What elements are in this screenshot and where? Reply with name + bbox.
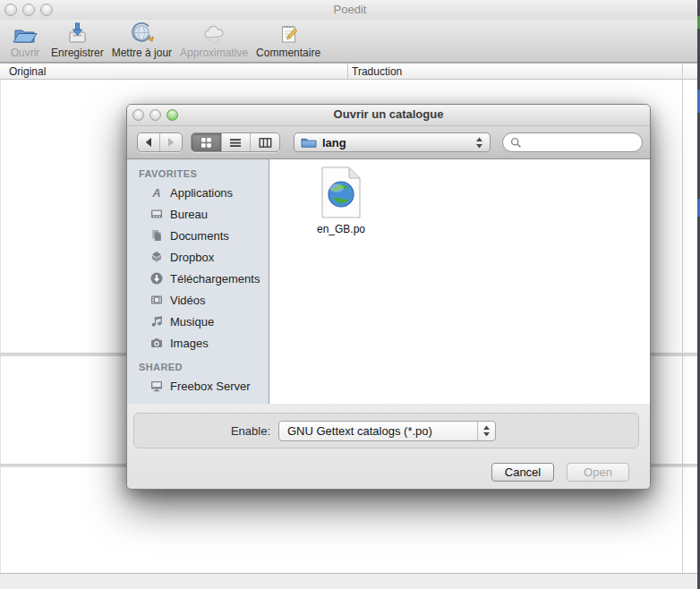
dialog-content: FAVORITES A Applications	[127, 159, 650, 404]
dialog-title: Ouvrir un catalogue	[127, 105, 650, 124]
view-mode-control	[191, 132, 280, 152]
movies-icon	[149, 293, 164, 307]
sidebar-item-musique[interactable]: Musique	[127, 311, 269, 332]
folder-icon	[301, 136, 317, 149]
popup-stepper-icon	[475, 136, 483, 149]
sidebar: FAVORITES A Applications	[127, 159, 269, 404]
update-button[interactable]: Mettre à jour	[112, 21, 172, 59]
back-button[interactable]	[138, 133, 159, 151]
toolbar-label: Ouvrir	[11, 47, 40, 59]
folder-popup[interactable]: lang	[294, 132, 491, 152]
main-titlebar: Poedit	[0, 0, 700, 20]
sidebar-item-label: Téléchargements	[170, 272, 260, 286]
pictures-icon	[149, 336, 164, 350]
nav-buttons	[137, 132, 183, 152]
toolbar-label: Commentaire	[256, 47, 320, 59]
cancel-button[interactable]: Cancel	[491, 463, 554, 482]
sidebar-item-label: Applications	[170, 186, 233, 200]
current-folder-label: lang	[322, 136, 470, 149]
forward-arrow-icon	[166, 135, 176, 149]
toolbar-label: Mettre à jour	[112, 47, 172, 59]
search-icon	[510, 137, 522, 149]
dialog-toolbar: lang	[127, 126, 650, 159]
open-dialog: Ouvrir un catalogue	[126, 104, 651, 490]
file-item[interactable]: en_GB.po	[295, 166, 388, 235]
fuzzy-button[interactable]: Approximative	[180, 21, 248, 59]
dropbox-icon	[149, 250, 164, 264]
save-icon	[64, 21, 90, 46]
main-toolbar: Ouvrir Enregistrer	[0, 20, 700, 63]
stepper-arrows-icon	[482, 424, 491, 438]
sidebar-item-telechargements[interactable]: Téléchargements	[127, 268, 269, 289]
file-name: en_GB.po	[317, 223, 365, 235]
sidebar-item-documents[interactable]: Documents	[127, 225, 269, 246]
status-bar	[0, 573, 700, 589]
enable-label: Enable:	[134, 424, 270, 438]
forward-button[interactable]	[159, 133, 182, 151]
svg-text:A: A	[151, 186, 160, 200]
list-header: Original Traduction	[0, 63, 700, 80]
open-confirm-button[interactable]: Open	[567, 463, 629, 482]
grid-view-icon	[201, 137, 212, 149]
column-traduction[interactable]: Traduction	[352, 65, 402, 78]
file-format-value: GNU Gettext catalogs (*.po)	[287, 424, 432, 438]
open-button[interactable]: Ouvrir	[7, 21, 43, 59]
column-view-button[interactable]	[250, 133, 279, 151]
scrollbar-track-divider	[682, 63, 683, 573]
shared-header: SHARED	[127, 359, 269, 375]
search-field[interactable]	[502, 132, 643, 152]
downloads-icon	[149, 271, 164, 286]
back-arrow-icon	[143, 135, 154, 149]
dialog-close-button[interactable]	[132, 109, 144, 121]
screen: Poedit Ouvrir Enregistrer	[0, 0, 700, 589]
list-view-button[interactable]	[221, 133, 251, 151]
dialog-zoom-button[interactable]	[166, 109, 178, 121]
column-original[interactable]: Original	[9, 65, 46, 78]
sidebar-item-label: Musique	[170, 315, 214, 329]
sidebar-item-label: Freebox Server	[170, 380, 251, 393]
dialog-titlebar: Ouvrir un catalogue	[127, 105, 650, 126]
save-button[interactable]: Enregistrer	[51, 21, 104, 59]
file-browser[interactable]: en_GB.po	[269, 159, 650, 404]
comment-note-icon	[275, 21, 302, 46]
update-icon	[128, 21, 155, 46]
sidebar-item-freebox-server[interactable]: Freebox Server	[127, 375, 269, 397]
display-icon	[149, 379, 164, 393]
sidebar-item-bureau[interactable]: Bureau	[127, 203, 269, 225]
icon-view-button[interactable]	[192, 133, 221, 151]
column-divider[interactable]	[347, 64, 348, 79]
applications-icon: A	[149, 185, 164, 200]
sidebar-item-label: Dropbox	[170, 251, 214, 264]
sidebar-item-dropbox[interactable]: Dropbox	[127, 246, 269, 268]
open-folder-icon	[12, 21, 38, 46]
sidebar-item-images[interactable]: Images	[127, 332, 269, 354]
toolbar-label: Approximative	[180, 47, 248, 59]
comment-button[interactable]: Commentaire	[256, 21, 320, 59]
sidebar-item-videos[interactable]: Vidéos	[127, 289, 269, 311]
column-view-icon	[259, 137, 272, 149]
popup-stepper	[477, 422, 495, 440]
main-window-title: Poedit	[0, 0, 700, 20]
fuzzy-cloud-icon	[201, 21, 227, 46]
music-icon	[149, 314, 164, 329]
sidebar-item-label: Bureau	[170, 208, 208, 221]
dialog-minimize-button[interactable]	[149, 109, 161, 121]
desktop-icon	[149, 207, 164, 221]
enable-panel: Enable: GNU Gettext catalogs (*.po)	[133, 413, 639, 448]
sidebar-item-label: Documents	[170, 229, 229, 243]
file-format-popup[interactable]: GNU Gettext catalogs (*.po)	[278, 421, 496, 441]
favorites-header: FAVORITES	[127, 166, 269, 182]
sidebar-item-applications[interactable]: A Applications	[127, 182, 269, 203]
sidebar-item-label: Images	[170, 337, 209, 350]
documents-icon	[149, 228, 164, 243]
sidebar-item-label: Vidéos	[170, 294, 206, 307]
toolbar-label: Enregistrer	[51, 47, 104, 59]
dialog-footer: Enable: GNU Gettext catalogs (*.po) Canc…	[127, 404, 650, 489]
po-file-globe-icon	[319, 166, 363, 218]
list-view-icon	[229, 137, 242, 149]
